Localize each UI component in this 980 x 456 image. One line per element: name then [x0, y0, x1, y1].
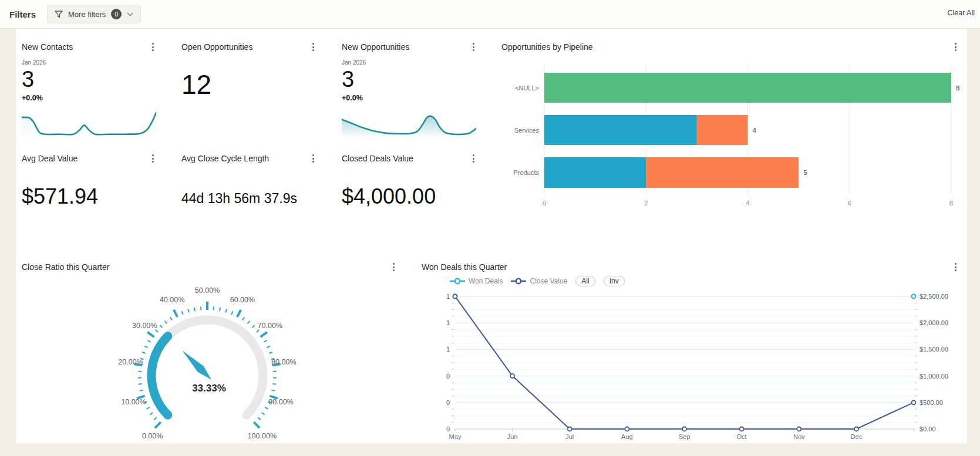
kebab-menu-button[interactable]	[309, 153, 317, 164]
card-title: New Contacts	[22, 42, 73, 52]
svg-text:50.00%: 50.00%	[195, 286, 220, 295]
svg-text:Sep: Sep	[679, 433, 691, 440]
kebab-menu-button[interactable]	[951, 262, 959, 272]
pipeline-bar-chart[interactable]: 024688<NULL>4Services5Products	[497, 59, 967, 208]
svg-text:8: 8	[956, 85, 959, 92]
legend-item-won-deals[interactable]: Won Deals	[450, 277, 503, 285]
card-won-deals: Won Deals this Quarter Won DealsClose Va…	[422, 261, 967, 441]
kpi-period: Jan 2026	[342, 59, 366, 66]
svg-text:$2,000.00: $2,000.00	[920, 319, 948, 326]
sparkline-chart	[22, 112, 156, 138]
kpi-value: 44d 13h 56m 37.9s	[181, 190, 297, 207]
svg-text:4: 4	[746, 200, 749, 207]
svg-text:$2,500.00: $2,500.00	[920, 293, 948, 300]
dashboard-canvas: New Contacts Jan 2026 3 +0.0% Open Oppor…	[16, 29, 967, 443]
more-filters-button[interactable]: More filters 0	[47, 5, 141, 23]
kpi-value: 12	[181, 70, 211, 99]
kpi-delta: +0.0%	[342, 94, 363, 102]
svg-text:0.00%: 0.00%	[142, 432, 163, 440]
legend-label: Close Value	[530, 277, 567, 285]
svg-text:0: 0	[446, 425, 450, 433]
svg-text:$1,500.00: $1,500.00	[920, 346, 948, 353]
legend-marker-icon	[511, 278, 526, 285]
svg-text:Oct: Oct	[737, 433, 747, 440]
chevron-down-icon	[127, 12, 133, 16]
svg-text:May: May	[449, 433, 462, 440]
svg-text:0: 0	[446, 399, 450, 406]
svg-text:90.00%: 90.00%	[268, 398, 293, 406]
close-ratio-gauge-chart[interactable]: 0.00%10.00%20.00%30.00%40.00%50.00%60.00…	[84, 264, 366, 443]
svg-text:100.00%: 100.00%	[248, 432, 277, 440]
svg-text:0: 0	[446, 373, 450, 380]
svg-text:8: 8	[949, 200, 953, 207]
svg-text:Products: Products	[514, 169, 540, 176]
svg-text:$1,000.00: $1,000.00	[920, 373, 948, 380]
clear-all-link[interactable]: Clear All	[947, 9, 975, 17]
card-title: Avg Close Cycle Length	[181, 154, 269, 163]
card-new-contacts: New Contacts Jan 2026 3 +0.0%	[22, 34, 169, 143]
card-opportunities-by-pipeline: Opportunities by Pipeline 024688<NULL>4S…	[501, 34, 967, 228]
svg-text:1: 1	[446, 319, 450, 326]
kebab-menu-button[interactable]	[309, 42, 317, 52]
card-close-ratio: Close Ratio this Quarter 0.00%10.00%20.0…	[22, 261, 403, 441]
svg-text:Nov: Nov	[793, 433, 805, 440]
card-open-opportunities: Open Opportunities 12	[181, 34, 328, 143]
card-title: Avg Deal Value	[22, 154, 78, 163]
svg-text:0: 0	[543, 200, 546, 207]
svg-text:<NULL>: <NULL>	[515, 85, 539, 92]
legend-item-close-value[interactable]: Close Value	[511, 277, 567, 285]
svg-text:$500.00: $500.00	[920, 399, 943, 406]
card-closed-deals-value: Closed Deals Value $4,000.00	[342, 148, 489, 225]
filter-count-badge: 0	[111, 9, 122, 19]
kebab-menu-button[interactable]	[469, 153, 477, 164]
kpi-value: $571.94	[22, 185, 98, 208]
filters-title: Filters	[9, 9, 36, 19]
kebab-menu-button[interactable]	[389, 262, 398, 272]
svg-text:33.33%: 33.33%	[192, 383, 226, 394]
card-new-opportunities: New Opportunities Jan 2026 3 +0.0%	[342, 34, 489, 143]
legend-label: Won Deals	[469, 277, 503, 285]
kebab-menu-button[interactable]	[149, 153, 157, 164]
card-title: Open Opportunities	[181, 42, 252, 52]
svg-text:Jul: Jul	[565, 433, 574, 440]
svg-text:$0.00: $0.00	[920, 425, 936, 433]
kpi-period: Jan 2026	[22, 59, 46, 66]
kebab-menu-button[interactable]	[469, 42, 477, 52]
card-avg-deal-value: Avg Deal Value $571.94	[22, 148, 169, 225]
svg-text:5: 5	[803, 169, 807, 176]
card-title: New Opportunities	[342, 42, 409, 52]
card-avg-close-cycle-length: Avg Close Cycle Length 44d 13h 56m 37.9s	[181, 148, 328, 225]
won-deals-line-chart[interactable]: 1$2,500.001$2,000.001$1,500.000$1,000.00…	[424, 285, 967, 443]
kpi-value: 3	[22, 67, 34, 92]
svg-text:60.00%: 60.00%	[230, 296, 255, 304]
svg-text:Dec: Dec	[851, 433, 863, 440]
svg-text:Jun: Jun	[507, 433, 518, 440]
kebab-menu-button[interactable]	[149, 42, 157, 52]
svg-text:30.00%: 30.00%	[132, 322, 157, 330]
card-title: Closed Deals Value	[342, 154, 413, 163]
card-title: Won Deals this Quarter	[422, 262, 507, 272]
legend-marker-icon	[450, 278, 465, 285]
svg-text:70.00%: 70.00%	[258, 322, 282, 330]
card-title: Opportunities by Pipeline	[501, 42, 593, 52]
svg-text:Aug: Aug	[621, 433, 633, 440]
svg-text:1: 1	[446, 293, 450, 300]
svg-text:4: 4	[753, 127, 757, 134]
more-filters-label: More filters	[68, 10, 106, 19]
kpi-value: $4,000.00	[342, 185, 436, 208]
svg-text:6: 6	[848, 200, 851, 207]
svg-text:Services: Services	[514, 127, 540, 134]
kpi-value: 3	[342, 67, 354, 92]
svg-text:80.00%: 80.00%	[271, 358, 296, 366]
svg-text:2: 2	[644, 200, 648, 207]
svg-text:10.00%: 10.00%	[121, 398, 146, 406]
filter-bar: Filters More filters 0 Clear All	[0, 0, 980, 29]
sparkline-chart	[342, 112, 476, 138]
svg-text:1: 1	[446, 346, 450, 353]
kpi-delta: +0.0%	[22, 94, 43, 102]
svg-text:40.00%: 40.00%	[160, 296, 184, 304]
filter-funnel-icon	[55, 11, 63, 18]
svg-text:20.00%: 20.00%	[118, 358, 143, 366]
kebab-menu-button[interactable]	[951, 42, 959, 52]
